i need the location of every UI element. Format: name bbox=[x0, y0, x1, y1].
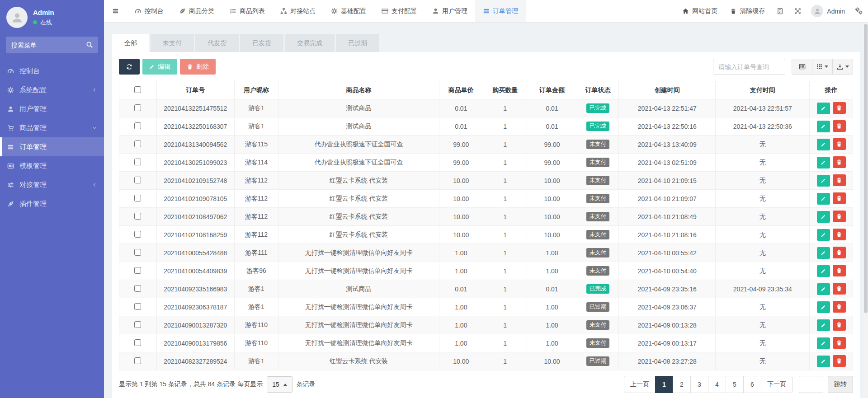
row-delete-button[interactable] bbox=[833, 138, 846, 150]
row-edit-button[interactable] bbox=[817, 301, 830, 313]
export-button[interactable] bbox=[832, 59, 853, 75]
row-edit-button[interactable] bbox=[817, 319, 830, 331]
row-checkbox[interactable] bbox=[134, 231, 141, 238]
fullscreen-button[interactable] bbox=[789, 0, 807, 22]
admin-user-menu[interactable]: Admin bbox=[807, 0, 849, 22]
row-edit-button[interactable] bbox=[817, 283, 830, 295]
row-edit-button[interactable] bbox=[817, 265, 830, 277]
topnav-item-goods-category[interactable]: 商品分类 bbox=[171, 0, 222, 22]
row-delete-button[interactable] bbox=[833, 192, 846, 204]
tab-expired[interactable]: 已过期 bbox=[336, 34, 379, 52]
row-edit-button[interactable] bbox=[817, 103, 830, 114]
row-checkbox[interactable] bbox=[134, 249, 141, 256]
column-header[interactable]: 商品名称 bbox=[278, 81, 439, 99]
row-checkbox[interactable] bbox=[134, 285, 141, 292]
column-header[interactable]: 订单状态 bbox=[577, 81, 619, 99]
sidebar-item-template-mgmt[interactable]: 模板管理 bbox=[0, 156, 104, 175]
row-edit-button[interactable] bbox=[817, 193, 830, 205]
refresh-button[interactable] bbox=[119, 59, 140, 75]
column-header[interactable]: 订单金额 bbox=[527, 81, 577, 99]
column-header[interactable]: 商品单价 bbox=[439, 81, 483, 99]
page-button-p5[interactable]: 5 bbox=[726, 376, 744, 393]
row-delete-button[interactable] bbox=[833, 283, 846, 295]
row-edit-button[interactable] bbox=[817, 157, 830, 169]
row-edit-button[interactable] bbox=[817, 356, 830, 367]
scrollbar-thumb[interactable] bbox=[864, 24, 868, 313]
avatar[interactable] bbox=[6, 7, 28, 28]
row-delete-button[interactable] bbox=[833, 229, 846, 240]
row-checkbox[interactable] bbox=[134, 195, 141, 201]
page-button-next[interactable]: 下一页 bbox=[761, 376, 793, 393]
tab-unpaid[interactable]: 未支付 bbox=[151, 34, 194, 52]
topnav-item-base-config[interactable]: 基础配置 bbox=[323, 0, 374, 22]
row-checkbox[interactable] bbox=[134, 140, 141, 147]
hamburger-menu-icon[interactable] bbox=[104, 0, 127, 22]
page-size-select[interactable]: 15 bbox=[267, 376, 292, 393]
log-button[interactable] bbox=[771, 0, 789, 22]
topnav-item-dock-site[interactable]: 对接站点 bbox=[273, 0, 323, 22]
column-header[interactable]: 创建时间 bbox=[619, 81, 716, 99]
tab-all[interactable]: 全部 bbox=[112, 34, 149, 52]
row-checkbox[interactable] bbox=[134, 177, 141, 183]
row-delete-button[interactable] bbox=[833, 247, 846, 258]
site-home-link[interactable]: 网站首页 bbox=[676, 0, 724, 22]
row-checkbox[interactable] bbox=[134, 357, 141, 364]
edit-button[interactable]: 编辑 bbox=[142, 59, 177, 75]
settings-button[interactable] bbox=[849, 0, 868, 22]
tab-shipped[interactable]: 已发货 bbox=[240, 34, 283, 52]
row-edit-button[interactable] bbox=[817, 175, 830, 187]
scrollbar[interactable] bbox=[863, 23, 868, 398]
row-edit-button[interactable] bbox=[817, 247, 830, 259]
sidebar-item-order-mgmt[interactable]: 订单管理 bbox=[0, 137, 104, 156]
search-icon[interactable] bbox=[86, 41, 93, 48]
topnav-item-user-mgmt[interactable]: 用户管理 bbox=[425, 0, 475, 22]
page-jump-button[interactable]: 跳转 bbox=[828, 376, 853, 393]
tab-to-ship[interactable]: 代发货 bbox=[195, 34, 239, 52]
page-button-p2[interactable]: 2 bbox=[673, 376, 691, 393]
select-all-checkbox[interactable] bbox=[134, 86, 141, 93]
row-delete-button[interactable] bbox=[833, 102, 846, 114]
page-button-p1[interactable]: 1 bbox=[655, 376, 673, 393]
row-edit-button[interactable] bbox=[817, 229, 830, 241]
page-button-p4[interactable]: 4 bbox=[708, 376, 726, 393]
row-checkbox[interactable] bbox=[134, 303, 141, 310]
row-checkbox[interactable] bbox=[134, 321, 141, 328]
page-jump-input[interactable] bbox=[799, 376, 823, 393]
columns-button[interactable] bbox=[812, 59, 833, 75]
row-delete-button[interactable] bbox=[833, 156, 846, 168]
page-button-prev[interactable]: 上一页 bbox=[624, 376, 656, 393]
column-header[interactable]: 订单号 bbox=[156, 81, 234, 99]
sidebar-item-goods-mgmt[interactable]: 商品管理 bbox=[0, 118, 104, 137]
row-delete-button[interactable] bbox=[833, 319, 846, 331]
row-delete-button[interactable] bbox=[833, 120, 846, 132]
row-delete-button[interactable] bbox=[833, 301, 846, 313]
row-delete-button[interactable] bbox=[833, 211, 846, 222]
order-search-input[interactable] bbox=[713, 59, 785, 75]
column-header[interactable]: 支付时间 bbox=[716, 81, 810, 99]
sidebar-item-console[interactable]: 控制台 bbox=[0, 61, 104, 80]
sidebar-item-dock-mgmt[interactable]: 对接管理 bbox=[0, 175, 104, 194]
topnav-item-pay-config[interactable]: 支付配置 bbox=[374, 0, 425, 22]
detail-view-button[interactable] bbox=[792, 59, 812, 75]
row-delete-button[interactable] bbox=[833, 265, 846, 276]
topnav-item-goods-list[interactable]: 商品列表 bbox=[222, 0, 273, 22]
row-checkbox[interactable] bbox=[134, 159, 141, 165]
row-delete-button[interactable] bbox=[833, 337, 846, 349]
tab-completed[interactable]: 交易完成 bbox=[285, 34, 335, 52]
column-header[interactable]: 操作 bbox=[810, 81, 853, 99]
row-edit-button[interactable] bbox=[817, 121, 830, 132]
clear-cache-button[interactable]: 清除缓存 bbox=[724, 0, 771, 22]
row-checkbox[interactable] bbox=[134, 213, 141, 220]
column-header[interactable]: 用户昵称 bbox=[234, 81, 278, 99]
row-edit-button[interactable] bbox=[817, 139, 830, 150]
row-checkbox[interactable] bbox=[134, 267, 141, 274]
page-button-p6[interactable]: 6 bbox=[743, 376, 761, 393]
page-button-p3[interactable]: 3 bbox=[690, 376, 708, 393]
delete-button[interactable]: 删除 bbox=[180, 59, 216, 75]
sidebar-item-plugin-mgmt[interactable]: 插件管理 bbox=[0, 194, 104, 213]
row-checkbox[interactable] bbox=[134, 104, 141, 111]
sidebar-item-user-mgmt[interactable]: 用户管理 bbox=[0, 99, 104, 118]
row-edit-button[interactable] bbox=[817, 337, 830, 349]
row-delete-button[interactable] bbox=[833, 355, 846, 367]
topnav-item-order-mgmt[interactable]: 订单管理 bbox=[475, 0, 526, 22]
